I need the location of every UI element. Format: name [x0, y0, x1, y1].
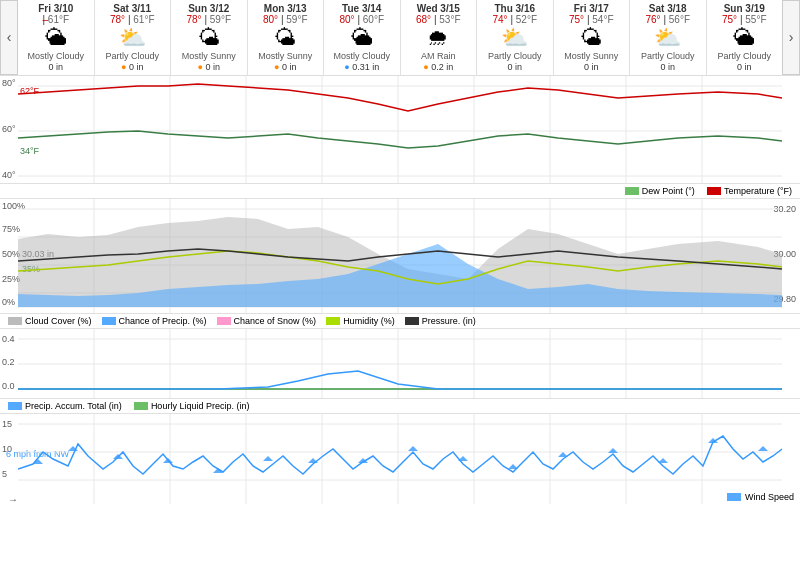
- humidity-color: [326, 317, 340, 325]
- snow-chance-legend: Chance of Snow (%): [217, 316, 317, 326]
- pressure-label: Pressure. (in): [422, 316, 476, 326]
- day-col-8[interactable]: Sat 3/18 76° | 56°F ⛅ Partly Cloudy 0 in: [629, 0, 706, 75]
- day-desc-8: Partly Cloudy: [632, 51, 704, 62]
- day-precip-6: 0 in: [479, 62, 551, 72]
- day-col-4[interactable]: Tue 3/14 80° | 60°F 🌥 Mostly Cloudy ● 0.…: [323, 0, 400, 75]
- temp-chart: 80° 60° 40° 62°F 34°F: [0, 76, 800, 184]
- day-desc-2: Mostly Sunny: [173, 51, 245, 62]
- temperature-label: Temperature (°F): [724, 186, 792, 196]
- precip-02-label: 0.2: [2, 357, 15, 367]
- day-col-7[interactable]: Fri 3/17 75° | 54°F 🌤 Mostly Sunny 0 in: [553, 0, 630, 75]
- svg-marker-63: [508, 464, 518, 469]
- day-precip-1: ● 0 in: [97, 62, 169, 72]
- day-precip-2: ● 0 in: [173, 62, 245, 72]
- precip-svg: [18, 329, 800, 398]
- temperature-color: [707, 187, 721, 195]
- day-temp-5: 68° | 53°F: [403, 14, 475, 25]
- day-temp-9: 75° | 55°F: [709, 14, 781, 25]
- svg-marker-68: [758, 446, 768, 451]
- wind-chart: 15 10 5 6 mph from NW → Wind Speed: [0, 414, 800, 504]
- day-name-8: Sat 3/18: [632, 3, 704, 14]
- svg-marker-64: [558, 452, 568, 457]
- day-precip-3: ● 0 in: [250, 62, 322, 72]
- day-precip-5: ● 0.2 in: [403, 62, 475, 72]
- day-name-0: Fri 3/10: [20, 3, 92, 14]
- wind-15-label: 15: [2, 419, 12, 429]
- snow-chance-label: Chance of Snow (%): [234, 316, 317, 326]
- day-icon-0: 🌥: [20, 27, 92, 49]
- day-precip-4: ● 0.31 in: [326, 62, 398, 72]
- cloud-svg: [18, 199, 800, 313]
- day-icon-9: 🌥: [709, 27, 781, 49]
- day-desc-7: Mostly Sunny: [556, 51, 628, 62]
- svg-marker-65: [608, 448, 618, 453]
- days-row: Fri 3/10 – | 61°F 🌥 Mostly Cloudy 0 in S…: [18, 0, 782, 75]
- day-col-3[interactable]: Mon 3/13 80° | 59°F 🌤 Mostly Sunny ● 0 i…: [247, 0, 324, 75]
- next-arrow[interactable]: ›: [782, 0, 800, 75]
- precip-accum-label: Precip. Accum. Total (in): [25, 401, 122, 411]
- cloud-cover-color: [8, 317, 22, 325]
- day-name-2: Sun 3/12: [173, 3, 245, 14]
- day-temp-6: 74° | 52°F: [479, 14, 551, 25]
- day-col-5[interactable]: Wed 3/15 68° | 53°F 🌧 AM Rain ● 0.2 in: [400, 0, 477, 75]
- prev-arrow[interactable]: ‹: [0, 0, 18, 75]
- cloud-cover-label: Cloud Cover (%): [25, 316, 92, 326]
- temp-axis-80: 80°: [2, 78, 16, 88]
- cloud-legend: Cloud Cover (%) Chance of Precip. (%) Ch…: [0, 314, 800, 329]
- svg-marker-55: [113, 454, 123, 459]
- dew-point-color: [625, 187, 639, 195]
- pressure-legend: Pressure. (in): [405, 316, 476, 326]
- precip-00-label: 0.0: [2, 381, 15, 391]
- day-col-9[interactable]: Sun 3/19 75° | 55°F 🌥 Partly Cloudy 0 in: [706, 0, 783, 75]
- day-precip-0: 0 in: [20, 62, 92, 72]
- hourly-liquid-color: [134, 402, 148, 410]
- precip-accum-legend: Precip. Accum. Total (in): [8, 401, 122, 411]
- precip-chart: 0.4 0.2 0.0: [0, 329, 800, 399]
- day-name-4: Tue 3/14: [326, 3, 398, 14]
- precip-04-label: 0.4: [2, 334, 15, 344]
- day-col-0[interactable]: Fri 3/10 – | 61°F 🌥 Mostly Cloudy 0 in: [18, 0, 94, 75]
- day-icon-2: 🌤: [173, 27, 245, 49]
- svg-marker-58: [263, 456, 273, 461]
- temp-axis-60: 60°: [2, 124, 16, 134]
- day-precip-9: 0 in: [709, 62, 781, 72]
- day-name-6: Thu 3/16: [479, 3, 551, 14]
- precip-chance-label: Chance of Precip. (%): [119, 316, 207, 326]
- day-desc-0: Mostly Cloudy: [20, 51, 92, 62]
- day-name-7: Fri 3/17: [556, 3, 628, 14]
- precip-chance-legend: Chance of Precip. (%): [102, 316, 207, 326]
- day-icon-1: ⛅: [97, 27, 169, 49]
- temperature-legend: Temperature (°F): [707, 186, 792, 196]
- dew-point-legend: Dew Point (°): [625, 186, 695, 196]
- wind-arrow-symbol: →: [8, 494, 18, 504]
- day-desc-9: Partly Cloudy: [709, 51, 781, 62]
- day-temp-8: 76° | 56°F: [632, 14, 704, 25]
- svg-marker-62: [458, 456, 468, 461]
- wind-svg: [18, 414, 800, 504]
- hourly-liquid-label: Hourly Liquid Precip. (in): [151, 401, 250, 411]
- day-desc-1: Partly Cloudy: [97, 51, 169, 62]
- day-name-3: Mon 3/13: [250, 3, 322, 14]
- svg-marker-61: [408, 446, 418, 451]
- wind-5-label: 5: [2, 469, 7, 479]
- day-name-9: Sun 3/19: [709, 3, 781, 14]
- day-col-6[interactable]: Thu 3/16 74° | 52°F ⛅ Partly Cloudy 0 in: [476, 0, 553, 75]
- day-icon-3: 🌤: [250, 27, 322, 49]
- day-temp-1: 78° | 61°F: [97, 14, 169, 25]
- day-col-1[interactable]: Sat 3/11 78° | 61°F ⛅ Partly Cloudy ● 0 …: [94, 0, 171, 75]
- humidity-label: Humidity (%): [343, 316, 395, 326]
- day-icon-6: ⛅: [479, 27, 551, 49]
- day-col-2[interactable]: Sun 3/12 78° | 59°F 🌤 Mostly Sunny ● 0 i…: [170, 0, 247, 75]
- svg-marker-56: [163, 458, 173, 463]
- temp-axis-40: 40°: [2, 170, 16, 180]
- weather-container: ‹ Fri 3/10 – | 61°F 🌥 Mostly Cloudy 0 in…: [0, 0, 800, 569]
- day-precip-7: 0 in: [556, 62, 628, 72]
- day-header: ‹ Fri 3/10 – | 61°F 🌥 Mostly Cloudy 0 in…: [0, 0, 800, 76]
- hourly-liquid-legend: Hourly Liquid Precip. (in): [134, 401, 250, 411]
- day-icon-8: ⛅: [632, 27, 704, 49]
- day-temp-3: 80° | 59°F: [250, 14, 322, 25]
- day-icon-5: 🌧: [403, 27, 475, 49]
- day-desc-5: AM Rain: [403, 51, 475, 62]
- temp-legend: Dew Point (°) Temperature (°F): [0, 184, 800, 199]
- cloud-0-label: 0%: [2, 297, 15, 307]
